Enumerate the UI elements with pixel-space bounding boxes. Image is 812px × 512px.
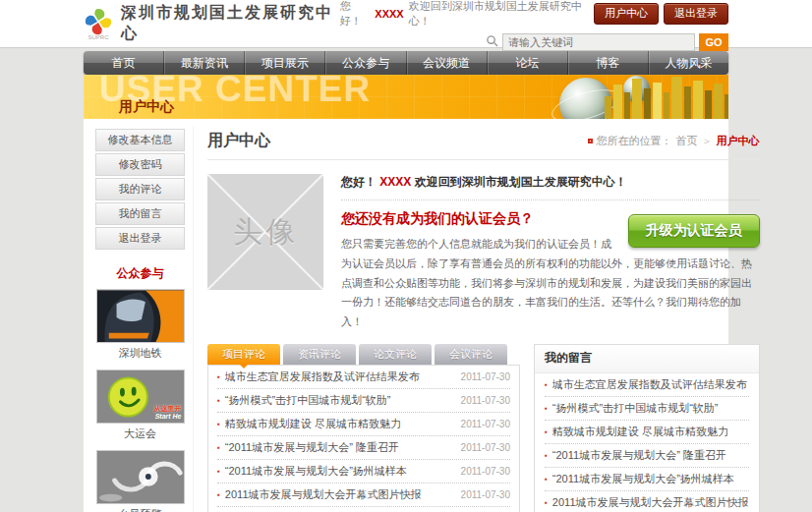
top-header: SUPRC 深圳市规划国土发展研究中心 您好！ XXXX 欢迎回到深圳市规划国土… — [0, 0, 812, 48]
metro-image — [97, 290, 185, 343]
comment-date: 2011-07-30 — [461, 489, 510, 500]
page-title: 用户中心 — [207, 131, 270, 151]
site-logo-block[interactable]: SUPRC 深圳市规划国土发展研究中心 — [84, 3, 340, 44]
comment-tabs: 项目评论资讯评论论文评论会议评论 — [207, 344, 520, 365]
comment-date: 2011-07-30 — [461, 371, 510, 382]
logout-button[interactable]: 退出登录 — [664, 3, 728, 25]
sidebar-menu-item[interactable]: 我的评论 — [95, 178, 185, 200]
participation-thumbnail[interactable]: 从这里开Start He — [96, 370, 185, 424]
nav-item-label: 公众参与 — [342, 55, 389, 72]
comment-row[interactable]: ▪ “2011城市发展与规划大会” 隆重召开 2011-07-30 — [217, 436, 510, 460]
sidebar-menu-item[interactable]: 修改基本信息 — [95, 129, 185, 151]
comment-date: 2011-07-30 — [461, 466, 510, 477]
location-icon — [588, 139, 593, 143]
bullet-icon: ▪ — [545, 427, 548, 436]
participation-thumbnail[interactable] — [96, 450, 185, 504]
comments-column: 项目评论资讯评论论文评论会议评论 ▪ 城市生态宜居发展指数及试评估结果发布 20… — [207, 344, 520, 512]
message-title[interactable]: 2011城市发展与规划大会开幕式图片快报 — [552, 495, 749, 510]
nav-item-label: 项目展示 — [261, 55, 309, 72]
message-row[interactable]: ▪ “扬州模式”击打中国城市规划“软肋” — [545, 397, 749, 421]
content-area: 修改基本信息修改密码我的评论我的留言退出登录 公众参与 — [84, 119, 728, 512]
message-title[interactable]: “2011城市发展与规划大会” 隆重召开 — [552, 448, 749, 463]
message-title[interactable]: “扬州模式”击打中国城市规划“软肋” — [552, 401, 749, 416]
comment-title[interactable]: 精致城市规划建设 尽展城市精致魅力 — [225, 417, 455, 431]
comment-row[interactable]: ▪ “扬州模式”击打中国城市规划“软肋” 2011-07-30 — [217, 389, 510, 413]
comment-title[interactable]: “2011城市发展与规划大会”扬州城样本 — [225, 464, 455, 479]
nav-item-label: 最新资讯 — [181, 55, 228, 72]
participation-item[interactable]: 从这里开Start He 大运会 — [95, 370, 185, 441]
nav-item[interactable]: 项目展示 — [244, 51, 324, 75]
bullet-icon: ▪ — [545, 451, 548, 460]
sidebar-menu-item[interactable]: 退出登录 — [95, 227, 185, 250]
participation-caption[interactable]: 大运会 — [95, 427, 185, 441]
banner-title-cn: 用户中心 — [119, 98, 174, 116]
participation-item[interactable]: 深圳地铁 — [95, 289, 185, 361]
sidebar-menu-item[interactable]: 修改密码 — [95, 153, 185, 176]
nav-item[interactable]: 论坛 — [487, 51, 567, 75]
comment-title[interactable]: 2011城市发展与规划大会开幕式图片快报 — [225, 487, 455, 502]
message-row[interactable]: ▪ “2011城市发展与规划大会” 隆重召开 — [545, 444, 749, 468]
main-panel: 用户中心 您所在的位置： 首页 ＞ 用户中心 头像 您好！ XXXX 欢迎回到深… — [194, 127, 760, 512]
nav-item[interactable]: 人物风采 — [648, 51, 728, 75]
bullet-icon: ▪ — [545, 404, 548, 413]
comment-list: ▪ 城市生态宜居发展指数及试评估结果发布 2011-07-30 ▪ “扬州模式”… — [207, 365, 520, 512]
nav-item[interactable]: 公众参与 — [324, 51, 405, 75]
search-icon — [486, 33, 498, 51]
bullet-icon: ▪ — [217, 490, 220, 499]
typhoon-image — [97, 451, 185, 504]
breadcrumb-home[interactable]: 首页 — [676, 134, 698, 148]
breadcrumb-separator: ＞ — [702, 134, 713, 148]
nav-item[interactable]: 最新资讯 — [163, 51, 244, 75]
bullet-icon: ▪ — [545, 475, 548, 484]
nav-item[interactable]: 博客 — [567, 51, 648, 75]
comment-tab[interactable]: 项目评论 — [207, 344, 280, 365]
bullet-icon: ▪ — [217, 443, 220, 452]
sidebar-menu-item[interactable]: 我的留言 — [95, 202, 185, 225]
comment-title[interactable]: “扬州模式”击打中国城市规划“软肋” — [225, 393, 455, 408]
message-title[interactable]: “2011城市发展与规划大会”扬州城样本 — [552, 472, 749, 486]
upgrade-member-button[interactable]: 升级为认证会员 — [628, 214, 760, 248]
bullet-icon: ▪ — [545, 380, 548, 389]
nav-item-label: 首页 — [112, 55, 136, 72]
participation-caption[interactable]: 台风预警 — [95, 507, 185, 512]
search-go-button[interactable]: GO — [699, 33, 728, 51]
greeting-prefix: 您好！ — [340, 0, 371, 28]
comment-tab[interactable]: 会议评论 — [435, 344, 507, 365]
comment-tab[interactable]: 论文评论 — [359, 344, 432, 365]
messages-title: 我的留言 — [535, 345, 759, 373]
message-row[interactable]: ▪ 精致城市规划建设 尽展城市精致魅力 — [545, 421, 749, 444]
message-row[interactable]: ▪ 2011城市发展与规划大会开幕式图片快报 — [545, 491, 749, 512]
comment-date: 2011-07-30 — [461, 395, 510, 406]
comment-title[interactable]: 城市生态宜居发展指数及试评估结果发布 — [225, 370, 455, 384]
breadcrumb: 您所在的位置： 首页 ＞ 用户中心 — [588, 134, 760, 148]
nav-item-label: 论坛 — [515, 55, 539, 72]
bullet-icon: ▪ — [217, 372, 220, 381]
participation-thumbnail[interactable] — [96, 289, 185, 343]
greeting-suffix: 欢迎回到深圳市规划国土发展研究中心！ — [409, 0, 589, 28]
city-skyline-art — [603, 75, 728, 119]
comment-row[interactable]: ▪ 精致城市规划建设 尽展城市精致魅力 2011-07-30 — [217, 413, 510, 436]
message-row[interactable]: ▪ “2011城市发展与规划大会”扬州城样本 — [545, 468, 749, 491]
nav-item[interactable]: 会议频道 — [406, 51, 487, 75]
comment-row[interactable]: ▪ 城市生态宜居发展指数及试评估结果发布 2011-07-30 — [217, 366, 510, 389]
breadcrumb-current: 用户中心 — [717, 134, 760, 148]
comment-row[interactable]: ▪ 2011城市发展与规划大会开幕式图片快报 2011-07-30 — [217, 484, 510, 507]
message-title[interactable]: 城市生态宜居发展指数及试评估结果发布 — [552, 377, 749, 392]
bullet-icon: ▪ — [545, 498, 548, 507]
bullet-icon: ▪ — [217, 467, 220, 476]
public-participation-section: 公众参与 — [95, 265, 185, 512]
search-input[interactable] — [502, 33, 695, 51]
user-center-button[interactable]: 用户中心 — [594, 3, 659, 25]
logo-icon: SUPRC — [84, 7, 113, 40]
message-title[interactable]: 精致城市规划建设 尽展城市精致魅力 — [552, 425, 749, 439]
participation-item[interactable]: 台风预警 — [95, 450, 185, 512]
comment-row[interactable]: ▪ 仇保兴：复杂科学与城市转型 2011-07-30 — [217, 507, 510, 512]
comment-tab[interactable]: 资讯评论 — [283, 344, 356, 365]
nav-item-label: 会议频道 — [423, 55, 470, 72]
participation-caption[interactable]: 深圳地铁 — [95, 346, 185, 361]
comment-row[interactable]: ▪ “2011城市发展与规划大会”扬州城样本 2011-07-30 — [217, 460, 510, 484]
main-nav: 首页 最新资讯 项目展示 公众参与 会议频道 论坛 博客 人物风采 — [84, 51, 728, 75]
message-row[interactable]: ▪ 城市生态宜居发展指数及试评估结果发布 — [545, 373, 749, 397]
comment-title[interactable]: “2011城市发展与规划大会” 隆重召开 — [225, 440, 455, 455]
nav-item[interactable]: 首页 — [84, 51, 163, 75]
